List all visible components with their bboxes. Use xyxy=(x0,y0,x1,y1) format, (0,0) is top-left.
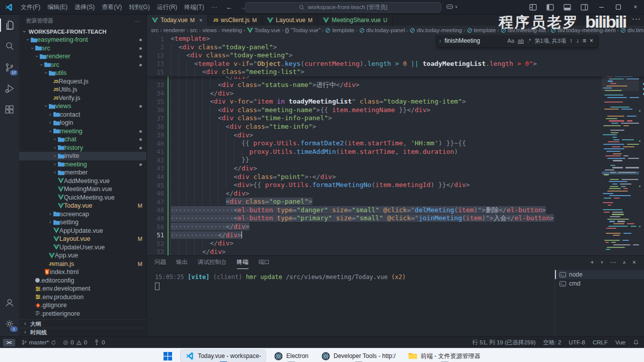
start-button[interactable] xyxy=(159,350,177,362)
tree-item-QuickMeeting.vue[interactable]: QuickMeeting.vue xyxy=(19,194,146,202)
tree-item-meeting[interactable]: ›meeting xyxy=(19,160,146,169)
breadcrumb-item[interactable]: template xyxy=(467,27,496,33)
tree-item-App.vue[interactable]: App.vue xyxy=(19,251,146,260)
breadcrumb-item[interactable]: div.today-meeting-item xyxy=(550,27,615,33)
menu-item[interactable]: 转到(G) xyxy=(125,2,153,12)
tab-Layout.vue[interactable]: Layout.vueM xyxy=(262,15,318,26)
tree-item-views[interactable]: ›views xyxy=(19,102,146,111)
breadcrumb-item[interactable]: div.meeting-list xyxy=(501,27,546,33)
close-find-icon[interactable]: × xyxy=(590,37,593,45)
command-center-search[interactable]: workspace-front-teach [管理员] xyxy=(245,2,441,13)
menu-item[interactable]: 编辑(E) xyxy=(44,2,71,12)
tree-item-history[interactable]: ›history xyxy=(19,144,146,152)
menu-item[interactable]: 查看(V) xyxy=(98,2,125,12)
menu-item[interactable]: 文件(F) xyxy=(17,2,44,12)
activity-account-icon[interactable] xyxy=(0,292,19,313)
find-in-selection-icon[interactable]: ≡ xyxy=(583,37,586,45)
git-branch-item[interactable]: master* xyxy=(22,339,57,345)
breadcrumb-item[interactable]: renderer xyxy=(164,27,185,33)
tree-item-easymeeting-front[interactable]: ›easymeeting-front xyxy=(19,36,146,44)
activity-extensions-icon[interactable] xyxy=(0,99,19,120)
breadcrumb-item[interactable]: template xyxy=(325,27,354,33)
tree-item-screencap[interactable]: ›screencap xyxy=(19,210,146,219)
activity-debug-icon[interactable] xyxy=(0,78,19,99)
tree-item-invite[interactable]: ›invite xyxy=(19,152,146,160)
workspace-root-row[interactable]: › WORKSPACE-FRONT-TEACH xyxy=(19,27,146,36)
nav-back-icon[interactable]: ← xyxy=(226,4,232,11)
tree-item-utils[interactable]: ›utils xyxy=(19,69,146,77)
tree-item-UpdateUser.vue[interactable]: UpdateUser.vue xyxy=(19,243,146,252)
tree-item-Verify.js[interactable]: JSVerify.js xyxy=(19,94,146,103)
tree-item-.env.production[interactable]: .env.production xyxy=(19,293,146,302)
tree-item-member[interactable]: ›member xyxy=(19,168,146,177)
whole-word-icon[interactable]: ab xyxy=(518,37,524,45)
eol-item[interactable]: CRLF xyxy=(593,339,608,345)
tree-item-login[interactable]: ›login xyxy=(19,119,146,127)
tree-item-.gitignore[interactable]: .gitignore xyxy=(19,301,146,310)
tab-MeetingShare.vue[interactable]: MeetingShare.vueU xyxy=(318,15,392,26)
breadcrumb-item[interactable]: div.today-meeting xyxy=(410,27,462,33)
customize-layout-button[interactable] xyxy=(524,0,541,14)
taskbar-app-electron[interactable]: Developer Tools - http:/ xyxy=(317,350,400,362)
menu-item[interactable]: 运行(R) xyxy=(153,2,181,12)
tree-item-main.js[interactable]: JSmain.jsM xyxy=(19,260,146,268)
tree-item-Utils.js[interactable]: JSUtils.js xyxy=(19,85,146,94)
menu-item[interactable]: 终端(T) xyxy=(181,2,207,12)
terminal-output[interactable]: 15:05:25 [vite] (client) hmr update /src… xyxy=(147,268,554,293)
panel-tab-调试控制台[interactable]: 调试控制台 xyxy=(198,256,227,268)
activity-explorer-icon[interactable] xyxy=(0,15,19,36)
toggle-panel-button[interactable] xyxy=(558,0,576,14)
panel-tab-输出[interactable]: 输出 xyxy=(176,256,188,268)
tree-item-index.html[interactable]: index.html xyxy=(19,268,146,277)
language-mode-item[interactable]: Vue xyxy=(615,339,625,345)
breadcrumb-item[interactable]: div.time-info-panel xyxy=(620,27,644,33)
terminal-dropdown-icon[interactable]: ∨ xyxy=(601,260,604,264)
taskbar-app-winfolder[interactable]: 前端 - 文件资源管理器 xyxy=(404,350,485,362)
activity-scm-icon[interactable]: 17 xyxy=(0,57,19,78)
toggle-sidebar-button[interactable] xyxy=(541,0,558,14)
remote-indicator[interactable]: >< xyxy=(3,339,15,346)
terminal-instance-node[interactable]: node xyxy=(555,270,644,279)
menu-item[interactable]: ··· xyxy=(208,2,221,12)
tree-item-contact[interactable]: ›contact xyxy=(19,111,146,119)
minimize-button[interactable] xyxy=(593,0,610,14)
match-case-icon[interactable]: Aa xyxy=(508,37,514,45)
taskbar-app-electron[interactable]: Electron xyxy=(270,350,313,362)
breadcrumb-item[interactable]: src xyxy=(190,27,198,33)
problems-item[interactable]: 0 0 xyxy=(63,339,87,345)
tree-item-AddMeeting.vue[interactable]: AddMeeting.vue xyxy=(19,177,146,186)
toggle-secondary-sidebar-button[interactable] xyxy=(576,0,593,14)
tree-item-setting[interactable]: ›setting xyxy=(19,218,146,227)
taskbar-app-vscode[interactable]: Today.vue - workspace- xyxy=(181,350,266,362)
breadcrumb-item[interactable]: src xyxy=(151,27,158,33)
tab-Today.vue[interactable]: Today.vueM× xyxy=(147,15,208,26)
code-editor[interactable]: 1<template>2 <div class="today-panel">12… xyxy=(147,35,644,255)
indentation-item[interactable]: 空格: 2 xyxy=(543,339,561,346)
terminal-instance-cmd[interactable]: cmd xyxy=(555,279,644,288)
tree-item-MeetingMain.vue[interactable]: MeetingMain.vue xyxy=(19,185,146,194)
menu-item[interactable]: 选择(S) xyxy=(71,2,98,12)
regex-icon[interactable]: .* xyxy=(527,37,531,45)
notifications-bell-icon[interactable] xyxy=(633,339,639,345)
tree-item-src[interactable]: ›src xyxy=(19,44,146,53)
panel-tab-终端[interactable]: 终端 xyxy=(237,256,249,269)
encoding-item[interactable]: UTF-8 xyxy=(569,339,585,345)
tree-item-.editorconfig[interactable]: .editorconfig xyxy=(19,277,146,285)
tree-item-.prettierignore[interactable]: .prettierignore xyxy=(19,310,146,318)
panel-tab-问题[interactable]: 问题 xyxy=(154,256,166,268)
close-panel-icon[interactable]: × xyxy=(632,259,636,266)
maximize-button[interactable] xyxy=(610,0,627,14)
tree-item-Today.vue[interactable]: Today.vueM xyxy=(19,202,146,210)
breadcrumb-item[interactable]: views xyxy=(202,27,217,33)
tree-item-src[interactable]: ›src xyxy=(19,61,146,69)
tree-item-Request.js[interactable]: JSRequest.js xyxy=(19,77,146,86)
outline-section[interactable]: › 大纲 xyxy=(19,319,146,328)
tree-item-chat[interactable]: ›chat xyxy=(19,135,146,144)
previous-match-icon[interactable]: ↑ xyxy=(570,37,573,45)
close-tab-icon[interactable]: × xyxy=(199,17,202,23)
copilot-menu[interactable]: ∨ xyxy=(446,3,458,11)
tree-item-AppUpdate.vue[interactable]: AppUpdate.vue xyxy=(19,227,146,235)
breadcrumb-item[interactable]: div.today-panel xyxy=(359,27,405,33)
tab-wsClient.js[interactable]: JSwsClient.jsM xyxy=(208,15,262,26)
panel-tab-端口[interactable]: 端口 xyxy=(259,256,270,268)
